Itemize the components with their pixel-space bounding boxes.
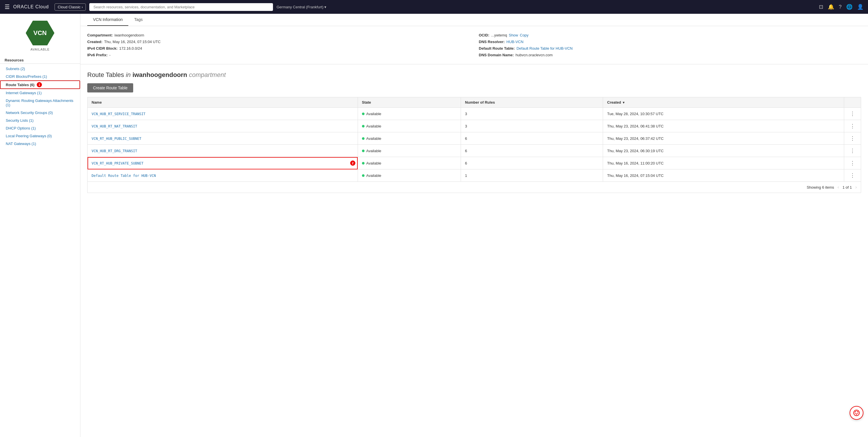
help-widget[interactable]: [849, 406, 863, 420]
info-label: DNS Resolver:: [479, 40, 505, 44]
column-header-state[interactable]: State: [358, 97, 461, 108]
sidebar-item-drg[interactable]: Dynamic Routing Gateways Attachments (1): [0, 97, 80, 109]
sidebar-item-label-security-lists: Security Lists (1): [6, 118, 34, 123]
created-cell: Tue, May 28, 2024, 10:30:57 UTC: [603, 108, 844, 120]
row-context-menu[interactable]: ⋮: [848, 147, 857, 154]
info-link-value[interactable]: Default Route Table for HUB-VCN: [516, 46, 572, 51]
state-cell: Available: [358, 120, 461, 132]
next-page-button[interactable]: ›: [856, 185, 857, 190]
top-nav: ☰ ORACLE Cloud Cloud Classic › Germany C…: [0, 0, 868, 14]
badge-route-tables: 1: [37, 82, 42, 87]
vcn-info-row: Compartment: iwanhoogendoorn: [87, 32, 470, 38]
info-ocid-value: ...ywtemq: [491, 33, 507, 37]
state-cell: Available: [358, 169, 461, 182]
state-cell: Available: [358, 108, 461, 120]
route-table-link[interactable]: VCN_HUB_RT_SERVICE_TRANSIT: [92, 112, 146, 116]
info-value: 172.16.0.0/24: [119, 46, 142, 51]
column-header-name[interactable]: Name: [88, 97, 358, 108]
sidebar-item-internet-gateways[interactable]: Internet Gateways (1): [0, 89, 80, 97]
info-action-show[interactable]: Show: [508, 33, 518, 37]
status-dot: [362, 137, 365, 140]
row-context-menu[interactable]: ⋮: [848, 110, 857, 117]
row-actions-cell: ⋮: [844, 157, 861, 169]
vcn-info-row: DNS Domain Name: hubvcn.oraclevcn.com: [479, 52, 861, 58]
vcn-status-label: AVAILABLE: [30, 48, 50, 51]
help-icon[interactable]: ?: [839, 4, 842, 10]
vcn-info-section: Compartment: iwanhoogendoornCreated: Thu…: [81, 26, 868, 64]
vcn-tabs: VCN InformationTags: [81, 14, 868, 26]
sidebar-item-label-dhcp: DHCP Options (1): [6, 126, 36, 130]
state-value: Available: [366, 149, 381, 153]
vcn-info-row: Default Route Table: Default Route Table…: [479, 45, 861, 52]
create-route-table-button[interactable]: Create Route Table: [87, 83, 133, 92]
sidebar-item-label-cidr: CIDR Blocks/Prefixes (1): [6, 74, 47, 79]
sidebar-item-cidr[interactable]: CIDR Blocks/Prefixes (1): [0, 73, 80, 81]
row-actions-cell: ⋮: [844, 145, 861, 157]
column-header-actions: [844, 97, 861, 108]
sidebar-item-security-lists[interactable]: Security Lists (1): [0, 117, 80, 124]
sidebar-item-label-nat: NAT Gateways (1): [6, 142, 36, 146]
status-dot: [362, 162, 365, 164]
vcn-info-row: IPv4 CIDR Block: 172.16.0.0/24: [87, 45, 470, 52]
created-cell: Thu, May 16, 2024, 11:00:20 UTC: [603, 157, 844, 169]
route-tables-table: NameStateNumber of RulesCreated ▼ VCN_HU…: [87, 97, 861, 182]
sidebar-item-nsg[interactable]: Network Security Groups (0): [0, 109, 80, 117]
user-icon[interactable]: 👤: [857, 4, 863, 10]
sidebar-item-label-lpg: Local Peering Gateways (0): [6, 134, 52, 138]
route-table-link[interactable]: VCN_RT_HUB_PUBLIC_SUBNET: [92, 137, 141, 141]
globe-icon[interactable]: 🌐: [846, 4, 852, 10]
table-body: VCN_HUB_RT_SERVICE_TRANSITAvailable3Tue,…: [88, 108, 861, 182]
sidebar-item-label-subnets: Subnets (2): [6, 67, 25, 71]
prev-page-button[interactable]: ‹: [838, 185, 839, 190]
resources-section-title: Resources: [0, 56, 80, 64]
row-context-menu[interactable]: ⋮: [848, 135, 857, 142]
rules-cell: 6: [461, 145, 603, 157]
status-dot: [362, 113, 365, 115]
vcn-info-row: IPv6 Prefix: -: [87, 52, 470, 58]
route-table-link[interactable]: VCN_RT_HUB_PRIVATE_SUBNET: [92, 161, 144, 165]
info-link-value[interactable]: HUB-VCN: [506, 40, 523, 44]
info-value: hubvcn.oraclevcn.com: [516, 53, 553, 57]
info-action-copy[interactable]: Copy: [520, 33, 528, 37]
sidebar-item-dhcp[interactable]: DHCP Options (1): [0, 124, 80, 132]
route-table-link[interactable]: Default Route Table for HUB-VCN: [92, 174, 156, 178]
sidebar-item-label-internet-gateways: Internet Gateways (1): [6, 91, 42, 95]
row-actions-cell: ⋮: [844, 120, 861, 132]
column-header-created[interactable]: Created ▼: [603, 97, 844, 108]
info-value: Thu, May 16, 2024, 07:15:04 UTC: [104, 40, 161, 44]
bell-icon[interactable]: 🔔: [828, 4, 834, 10]
route-tables-section: Route Tables in iwanhoogendoorn compartm…: [81, 64, 868, 200]
row-actions-cell: ⋮: [844, 169, 861, 182]
section-title: Route Tables in iwanhoogendoorn compartm…: [87, 71, 861, 79]
sidebar-item-route-tables[interactable]: Route Tables (6)1: [0, 81, 80, 89]
info-label: DNS Domain Name:: [479, 53, 514, 57]
row-context-menu[interactable]: ⋮: [848, 172, 857, 179]
cloud-classic-button[interactable]: Cloud Classic ›: [55, 3, 86, 11]
console-icon[interactable]: ⊡: [819, 4, 823, 10]
status-dot: [362, 174, 365, 177]
state-cell: Available: [358, 157, 461, 169]
main-content: VCN InformationTags Compartment: iwanhoo…: [81, 14, 868, 437]
sidebar: VCN AVAILABLE Resources Subnets (2)CIDR …: [0, 14, 81, 437]
route-table-link[interactable]: VCN_HUB_RT_DRG_TRANSIT: [92, 149, 137, 153]
search-input[interactable]: [89, 3, 273, 11]
route-table-link[interactable]: VCN_HUB_RT_NAT_TRANSIT: [92, 124, 137, 128]
tab-vcn-information[interactable]: VCN Information: [87, 14, 128, 26]
state-value: Available: [366, 174, 381, 178]
created-cell: Thu, May 23, 2024, 06:30:19 UTC: [603, 145, 844, 157]
row-context-menu[interactable]: ⋮: [848, 123, 857, 129]
column-header-number-of-rules[interactable]: Number of Rules: [461, 97, 603, 108]
tab-tags[interactable]: Tags: [128, 14, 148, 26]
sidebar-item-lpg[interactable]: Local Peering Gateways (0): [0, 132, 80, 140]
hamburger-icon[interactable]: ☰: [5, 3, 10, 10]
row-context-menu[interactable]: ⋮: [848, 160, 857, 166]
state-value: Available: [366, 124, 381, 128]
info-value: iwanhoogendoorn: [115, 33, 144, 37]
sidebar-item-nat[interactable]: NAT Gateways (1): [0, 140, 80, 148]
sidebar-item-subnets[interactable]: Subnets (2): [0, 65, 80, 73]
info-label: IPv4 CIDR Block:: [87, 46, 117, 51]
created-cell: Thu, May 23, 2024, 06:37:42 UTC: [603, 132, 844, 145]
region-selector[interactable]: Germany Central (Frankfurt) ▾: [276, 5, 327, 9]
vcn-logo-area: VCN AVAILABLE: [0, 19, 80, 56]
page-info: 1 of 1: [842, 185, 852, 189]
